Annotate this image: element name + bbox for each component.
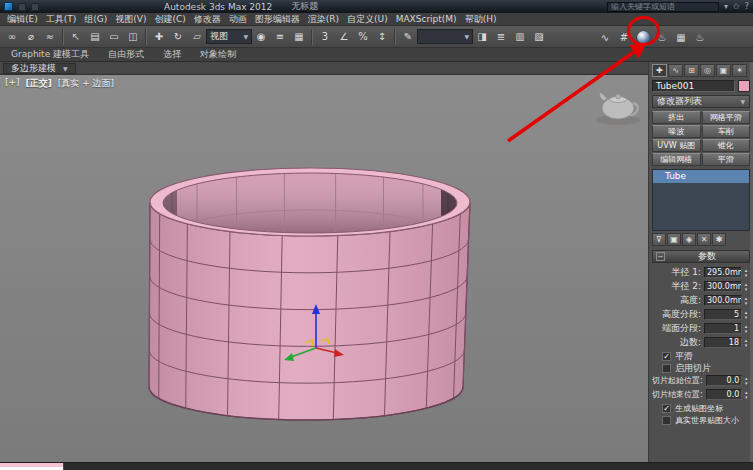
angle-snap-icon[interactable]: ∠ bbox=[335, 28, 353, 46]
create-tab[interactable]: ✚ bbox=[652, 64, 667, 77]
ribbon-tab[interactable]: 选择 bbox=[154, 48, 190, 61]
mirror-icon[interactable]: ◨ bbox=[473, 28, 491, 46]
menu-item[interactable]: 修改器 bbox=[190, 13, 225, 26]
rendered-frame-window-icon[interactable]: ▦ bbox=[672, 28, 690, 46]
spinner[interactable]: ▴ ▾ bbox=[742, 310, 750, 320]
rectangular-selection-region-icon[interactable]: ▭ bbox=[105, 28, 123, 46]
select-and-manipulate-icon[interactable]: ≡ bbox=[271, 28, 289, 46]
checkbox[interactable]: ✓ bbox=[662, 404, 671, 413]
render-setup-icon[interactable]: ♨ bbox=[653, 28, 671, 46]
menu-item[interactable]: 工具(T) bbox=[42, 13, 81, 26]
select-and-rotate-icon[interactable]: ↻ bbox=[169, 28, 187, 46]
ribbon-tab[interactable]: 自由形式 bbox=[99, 48, 153, 61]
checkbox[interactable]: ✓ bbox=[662, 352, 671, 361]
spinner[interactable]: ▴ ▾ bbox=[742, 268, 750, 278]
select-and-link-icon[interactable]: ∞ bbox=[3, 28, 21, 46]
pin-stack-button[interactable]: ⊽ bbox=[652, 233, 666, 246]
viewport-menu-shading[interactable]: [真实 + 边面] bbox=[58, 77, 114, 90]
favorites-icon[interactable]: ✩ bbox=[733, 2, 740, 11]
display-tab[interactable]: ▣ bbox=[716, 64, 731, 77]
spinner-down-icon[interactable]: ▾ bbox=[745, 395, 748, 400]
menu-item[interactable]: 帮助(H) bbox=[461, 13, 501, 26]
checkbox[interactable] bbox=[662, 416, 671, 425]
param-value-field[interactable]: 295.0mm bbox=[704, 267, 742, 278]
schematic-view-icon[interactable]: # bbox=[615, 28, 633, 46]
ribbon-tab[interactable]: Graphite 建模工具 bbox=[2, 48, 98, 61]
edit-named-selection-sets-icon[interactable]: ✎ bbox=[399, 28, 417, 46]
menu-item[interactable]: 编辑(E) bbox=[3, 13, 42, 26]
keyboard-override-icon[interactable]: ▦ bbox=[290, 28, 308, 46]
select-by-name-icon[interactable]: ▤ bbox=[86, 28, 104, 46]
modifier-button[interactable]: 平滑 bbox=[702, 153, 751, 166]
param-value-field[interactable]: 5 bbox=[704, 309, 742, 320]
param-value-field[interactable]: 1 bbox=[704, 323, 742, 334]
layer-manager-icon[interactable]: ▥ bbox=[511, 28, 529, 46]
help-icon[interactable]: ? bbox=[745, 2, 749, 11]
checkbox[interactable] bbox=[662, 364, 671, 373]
modifier-button[interactable]: 编辑网格 bbox=[652, 153, 701, 166]
spinner-down-icon[interactable]: ▾ bbox=[745, 329, 748, 334]
make-unique-button[interactable]: ◈ bbox=[682, 233, 696, 246]
select-and-move-icon[interactable]: ✚ bbox=[150, 28, 168, 46]
modifier-button[interactable]: 噪波 bbox=[652, 125, 701, 138]
material-editor-icon[interactable] bbox=[634, 28, 652, 46]
stack-item[interactable]: Tube bbox=[653, 170, 749, 183]
quick-access-icon[interactable] bbox=[18, 3, 26, 11]
modifier-list-dropdown[interactable]: 修改器列表 ▼ bbox=[652, 95, 750, 108]
modifier-button[interactable]: 车削 bbox=[702, 125, 751, 138]
render-production-icon[interactable]: ♨ bbox=[691, 28, 709, 46]
modify-tab[interactable]: ∿ bbox=[668, 64, 683, 77]
spinner[interactable]: ▴ ▾ bbox=[742, 282, 750, 292]
remove-modifier-button[interactable]: ✕ bbox=[697, 233, 711, 246]
quick-access-icon[interactable] bbox=[31, 3, 39, 11]
configure-modifier-sets-button[interactable]: ✱ bbox=[712, 233, 726, 246]
menu-item[interactable]: MAXScript(M) bbox=[392, 14, 461, 24]
bind-to-space-warp-icon[interactable]: ≈ bbox=[41, 28, 59, 46]
viewport-canvas[interactable] bbox=[0, 75, 648, 462]
snap-toggle-3d-icon[interactable]: 3 bbox=[316, 28, 334, 46]
modifier-button[interactable]: 网格平滑 bbox=[702, 111, 751, 124]
param-value-field[interactable]: 300.0mm bbox=[704, 281, 742, 292]
menu-item[interactable]: 动画 bbox=[225, 13, 251, 26]
menu-item[interactable]: 创建(C) bbox=[150, 13, 189, 26]
motion-tab[interactable]: ◎ bbox=[700, 64, 715, 77]
unlink-selection-icon[interactable]: ⌀ bbox=[22, 28, 40, 46]
menu-item[interactable]: 图形编辑器 bbox=[251, 13, 304, 26]
show-end-result-button[interactable]: ▣ bbox=[667, 233, 681, 246]
spinner-snap-icon[interactable]: ↕ bbox=[373, 28, 391, 46]
menu-item[interactable]: 视图(V) bbox=[111, 13, 150, 26]
menu-item[interactable]: 组(G) bbox=[80, 13, 111, 26]
object-color-swatch[interactable] bbox=[738, 80, 750, 92]
object-name-field[interactable]: Tube001 bbox=[652, 80, 735, 92]
spinner[interactable]: ▴ ▾ bbox=[742, 296, 750, 306]
viewport-orthographic[interactable]: [+] [正交] [真实 + 边面] bbox=[0, 75, 648, 462]
modifier-button[interactable]: 锥化 bbox=[702, 139, 751, 152]
named-selection-sets-dropdown[interactable]: ▼ bbox=[417, 29, 473, 44]
graphite-ribbon-toggle-icon[interactable]: ▨ bbox=[530, 28, 548, 46]
use-pivot-center-icon[interactable]: ◉ bbox=[252, 28, 270, 46]
spinner[interactable]: ▴ ▾ bbox=[742, 338, 750, 348]
spinner-down-icon[interactable]: ▾ bbox=[745, 273, 748, 278]
tube-object[interactable] bbox=[149, 168, 473, 420]
ribbon-tab[interactable]: 对象绘制 bbox=[191, 48, 245, 61]
spinner-down-icon[interactable]: ▾ bbox=[745, 381, 748, 386]
percent-snap-icon[interactable]: % bbox=[354, 28, 372, 46]
modifier-button[interactable]: 挤出 bbox=[652, 111, 701, 124]
curve-editor-icon[interactable]: ∿ bbox=[596, 28, 614, 46]
spinner[interactable]: ▴ ▾ bbox=[742, 324, 750, 334]
spinner[interactable]: ▴ ▾ bbox=[742, 390, 750, 400]
hierarchy-tab[interactable]: ⊞ bbox=[684, 64, 699, 77]
param-value-field[interactable]: 300.0mm bbox=[704, 295, 742, 306]
spinner-down-icon[interactable]: ▾ bbox=[745, 287, 748, 292]
spinner-down-icon[interactable]: ▾ bbox=[745, 315, 748, 320]
param-value-field[interactable]: 0.0 bbox=[706, 375, 743, 386]
maxscript-mini-listener[interactable] bbox=[0, 463, 64, 470]
spinner[interactable]: ▴ ▾ bbox=[742, 376, 750, 386]
select-and-scale-icon[interactable]: ▱ bbox=[188, 28, 206, 46]
param-value-field[interactable]: 18 bbox=[704, 337, 742, 348]
spinner-down-icon[interactable]: ▾ bbox=[745, 301, 748, 306]
parameters-rollout-header[interactable]: − 参数 bbox=[652, 250, 750, 263]
reference-coordinate-dropdown[interactable]: 视图 ▼ bbox=[206, 29, 252, 44]
viewport-menu-plus[interactable]: [+] bbox=[5, 77, 20, 90]
modifier-button[interactable]: UVW 贴图 bbox=[652, 139, 701, 152]
